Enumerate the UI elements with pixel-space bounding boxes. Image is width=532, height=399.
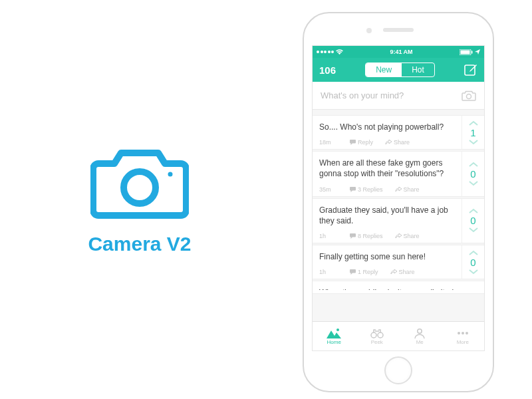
svg-point-11 [458,332,460,334]
svg-point-10 [418,329,422,332]
svg-point-7 [336,329,339,331]
compose-placeholder: What's on your mind? [321,90,404,100]
feed-card[interactable]: Finally getting some sun here! 1h 1 Repl… [313,245,484,279]
vote-count: 1 [470,127,475,138]
reply-button[interactable]: 8 Replies [350,233,383,239]
camera-icon [90,144,189,221]
compose-button[interactable] [464,63,477,76]
vote-count: 0 [470,257,475,268]
share-button[interactable]: Share [390,269,415,275]
compose-row[interactable]: What's on your mind? [313,82,484,110]
card-time: 18m [319,139,338,146]
share-icon [395,233,402,239]
tab-bar: Home Peek Me More [313,321,484,350]
iphone-frame: 9:41 AM 106 New Hot What's on your mind? [303,12,494,392]
chevron-down-icon[interactable] [468,269,479,275]
card-text: Graduate they said, you'll have a job th… [319,205,455,226]
chevron-down-icon[interactable] [468,227,479,233]
tab-more[interactable]: More [442,322,485,350]
svg-point-6 [467,94,471,98]
svg-rect-3 [461,50,470,54]
svg-point-1 [168,172,173,177]
logo-title: Camera V2 [88,233,191,255]
person-icon [414,328,426,338]
signal-dots-icon [317,51,334,53]
tab-peek[interactable]: Peek [356,322,399,350]
chevron-up-icon[interactable] [468,120,479,126]
share-button[interactable]: Share [385,139,410,146]
phone-camera-dot [366,28,372,33]
chat-icon [350,233,356,239]
feed-card[interactable]: When the wedding invitees are limited [313,281,484,294]
more-icon [456,328,470,338]
chevron-down-icon[interactable] [468,180,479,186]
binoculars-icon [370,328,384,338]
share-button[interactable]: Share [395,186,420,193]
svg-rect-4 [471,51,473,53]
phone-home-button[interactable] [384,356,412,384]
chevron-up-icon[interactable] [468,162,479,168]
vote-control: 0 [462,245,484,279]
chevron-up-icon[interactable] [468,250,479,256]
share-icon [385,140,392,145]
vote-control: 0 [462,199,484,243]
reply-button[interactable]: 3 Replies [350,186,383,193]
svg-point-8 [371,332,376,338]
card-time: 1h [319,233,338,239]
svg-rect-5 [465,65,475,75]
tab-home[interactable]: Home [313,322,356,350]
compose-icon [464,63,477,76]
chevron-up-icon[interactable] [468,208,479,214]
reply-button[interactable]: Reply [350,139,373,146]
status-time: 9:41 AM [390,49,412,55]
feed-card[interactable]: So.... Who's not playing powerball? 18m … [313,115,484,150]
feed-card[interactable]: Graduate they said, you'll have a job th… [313,198,484,243]
home-icon [327,328,341,338]
card-text: So.... Who's not playing powerball? [319,122,455,132]
battery-icon [460,49,473,55]
status-bar: 9:41 AM [313,46,484,58]
reply-button[interactable]: 1 Reply [350,269,378,275]
nav-bar: 106 New Hot [313,58,484,82]
card-text: When are all these fake gym goers gonna … [319,158,455,179]
logo-panel: Camera V2 [0,0,279,399]
phone-speaker [383,28,414,32]
vote-count: 0 [470,168,475,180]
svg-point-12 [462,332,464,334]
card-time: 35m [319,186,338,193]
share-icon [395,187,402,192]
nav-count[interactable]: 106 [319,65,336,76]
share-button[interactable]: Share [395,233,420,239]
vote-control: 0 [462,152,484,196]
vote-control: 1 [462,116,484,149]
feed-card[interactable]: When are all these fake gym goers gonna … [313,151,484,196]
tab-me[interactable]: Me [398,322,442,350]
card-time: 1h [319,269,338,275]
wifi-icon [336,49,343,55]
location-icon [475,49,480,55]
chat-icon [350,187,356,192]
svg-point-0 [124,172,156,203]
svg-point-9 [378,332,383,338]
chevron-down-icon[interactable] [468,139,479,145]
chat-icon [350,269,356,275]
phone-screen: 9:41 AM 106 New Hot What's on your mind? [312,45,485,351]
feed-list: So.... Who's not playing powerball? 18m … [313,115,484,294]
card-text: Finally getting some sun here! [319,251,455,262]
vote-count: 0 [470,215,475,226]
camera-icon[interactable] [462,90,476,102]
segment-new[interactable]: New [366,63,402,76]
chat-icon [350,140,356,145]
segment-hot[interactable]: Hot [402,63,434,76]
svg-point-13 [466,332,468,334]
share-icon [390,269,397,275]
card-text: When the wedding invitees are limited [319,287,477,290]
feed-segment-control: New Hot [365,63,435,77]
